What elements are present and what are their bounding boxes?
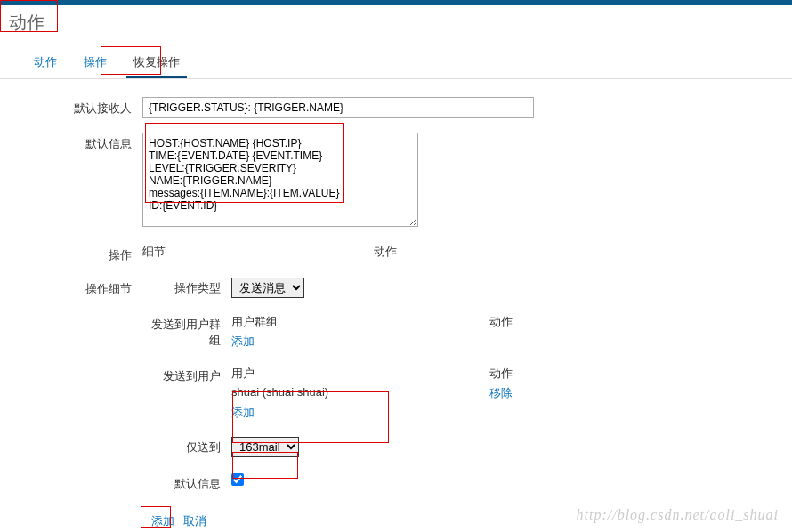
default-recipient-input[interactable] [142,97,534,118]
footer-add-link[interactable]: 添加 [151,514,174,528]
tabs: 动作 操作 恢复操作 [0,40,792,79]
label-default-recipient: 默认接收人 [9,97,142,117]
col-usergroup: 用户群组 [231,314,489,330]
watermark: http://blog.csdn.net/aoli_shuai [577,507,779,523]
label-send-to-users: 发送到用户 [142,366,231,384]
label-send-to-groups: 发送到用户群组 [142,314,231,349]
label-operation-type: 操作类型 [142,278,231,296]
add-usergroup-link[interactable]: 添加 [231,335,255,348]
remove-user-link[interactable]: 移除 [489,385,513,401]
label-default-msg-chk: 默认信息 [142,473,231,492]
label-operation-details: 操作细节 [9,278,142,297]
col-detail: 细节 [142,244,374,260]
col-user: 用户 [231,366,489,382]
col-action: 动作 [489,314,513,330]
tab-recovery[interactable]: 恢复操作 [126,49,187,78]
col-action: 动作 [489,366,513,382]
label-operations: 操作 [9,244,142,263]
col-action: 动作 [374,244,397,260]
default-message-textarea[interactable]: HOST:{HOST.NAME} {HOST.IP} TIME:{EVENT.D… [142,133,418,227]
tab-operations[interactable]: 操作 [77,49,114,78]
user-row: shuai (shuai shuai) 移除 [231,385,783,401]
label-send-only-to: 仅送到 [142,437,231,455]
add-user-link[interactable]: 添加 [231,406,255,419]
page-title: 动作 [0,5,792,40]
tab-action[interactable]: 动作 [27,49,64,78]
operation-type-select[interactable]: 发送消息 [231,278,304,298]
label-default-message: 默认信息 [9,133,142,152]
send-only-to-select[interactable]: 163mail [231,437,299,457]
footer-cancel-link[interactable]: 取消 [183,514,206,528]
default-message-checkbox[interactable] [231,473,244,486]
form: 默认接收人 默认信息 HOST:{HOST.NAME} {HOST.IP} TI… [0,79,792,532]
user-name: shuai (shuai shuai) [231,385,489,401]
